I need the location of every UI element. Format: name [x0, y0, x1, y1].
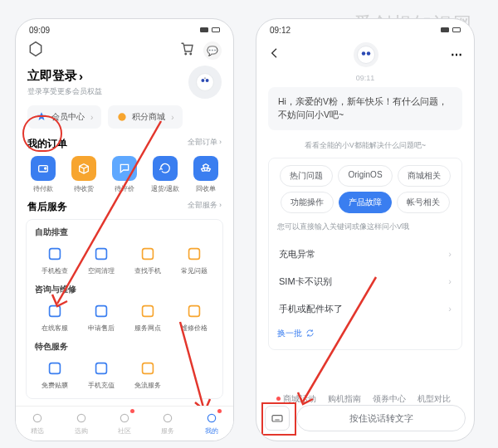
top-bar: 💬 — [16, 37, 233, 66]
svg-rect-18 — [96, 363, 107, 374]
order-item-1[interactable]: 待收货 — [63, 156, 104, 193]
settings-hex-icon[interactable] — [27, 41, 44, 61]
bot-avatar — [354, 42, 378, 67]
selfcheck-title: 自助排查 — [32, 225, 217, 243]
svg-point-29 — [208, 414, 215, 421]
order-item-2[interactable]: 待评价 — [104, 156, 144, 193]
svg-point-3 — [197, 74, 214, 91]
battery-icon — [212, 27, 220, 32]
svg-rect-13 — [50, 306, 61, 317]
svg-rect-10 — [96, 249, 107, 260]
nav-item-3[interactable]: 服务 — [146, 407, 189, 441]
status-time: 09:12 — [270, 26, 290, 35]
consult-item-3[interactable]: 维修价格 — [171, 300, 217, 339]
svg-rect-9 — [50, 249, 61, 260]
scroll-tags[interactable]: 商城活动购机指南领券中心机型对比以 — [268, 393, 462, 405]
special-title: 特色服务 — [32, 339, 217, 358]
wifi-icon — [200, 27, 208, 32]
topic-chip[interactable]: 功能操作 — [281, 192, 334, 213]
svg-point-2 — [190, 53, 192, 55]
login-subtitle: 登录享受更多会员权益 — [27, 86, 102, 97]
status-time: 09:09 — [29, 26, 50, 35]
svg-point-30 — [358, 46, 375, 64]
more-icon[interactable]: ⋯ — [451, 48, 462, 61]
svg-rect-34 — [272, 416, 282, 421]
nav-item-2[interactable]: 社区 — [103, 407, 146, 441]
svg-point-27 — [120, 414, 128, 421]
voice-input[interactable]: 按住说话转文字 — [296, 405, 466, 431]
aftersale-more[interactable]: 全部服务 › — [188, 200, 222, 214]
refresh-button[interactable]: 换一批 — [276, 323, 455, 343]
tape-item[interactable]: 机型对比 — [417, 393, 451, 405]
login-title[interactable]: 立即登录 › — [27, 68, 102, 84]
svg-rect-17 — [50, 363, 61, 374]
keyboard-button[interactable] — [265, 406, 290, 431]
nav-item-1[interactable]: 选购 — [59, 407, 102, 441]
selfcheck-item-2[interactable]: 查找手机 — [124, 243, 171, 282]
back-button[interactable] — [268, 46, 281, 63]
question-row[interactable]: 充电异常› — [276, 241, 455, 268]
points-mall-pill[interactable]: 积分商城› — [108, 105, 182, 129]
topic-chip[interactable]: OriginOS — [338, 165, 392, 187]
selfcheck-item-3[interactable]: 常见问题 — [171, 243, 217, 282]
status-bar: 09:12 — [256, 19, 474, 37]
aftersale-title: 售后服务 — [27, 200, 67, 214]
prompt-title: 看看全能的小V都能解决什么问题吧~ — [268, 140, 462, 151]
svg-rect-11 — [143, 249, 154, 260]
svg-point-25 — [34, 414, 42, 421]
order-item-4[interactable]: 回收单 — [186, 156, 227, 193]
chat-timestamp: 09:11 — [268, 74, 462, 82]
selfcheck-item-1[interactable]: 空间清理 — [78, 243, 124, 282]
phone-screen-right: 09:12 ⋯ 09:11 Hi，亲爱的V粉，新年快乐！有什么问题，不妨问问小V… — [256, 18, 475, 441]
topic-card: 热门问题OriginOS商城相关 功能操作产品故障帐号相关 您可以直接输入关键词… — [268, 158, 462, 350]
phone-screen-left: 09:09 💬 立即登录 › 登录享 — [15, 18, 234, 441]
question-row[interactable]: SIM卡不识别› — [276, 268, 455, 295]
tape-item[interactable]: 购机指南 — [328, 393, 361, 405]
svg-rect-19 — [143, 363, 154, 374]
svg-rect-15 — [143, 306, 154, 317]
nav-item-0[interactable]: 精选 — [16, 407, 59, 441]
topic-chip[interactable]: 帐号相关 — [397, 192, 450, 213]
svg-rect-16 — [189, 306, 200, 317]
order-item-0[interactable]: 待付款 — [22, 156, 63, 193]
svg-rect-14 — [96, 306, 107, 317]
topic-chip[interactable]: 产品故障 — [339, 192, 392, 213]
wifi-icon — [441, 27, 449, 32]
svg-point-6 — [119, 113, 126, 120]
svg-point-5 — [206, 79, 209, 82]
status-bar: 09:09 — [16, 19, 233, 37]
consult-item-0[interactable]: 在线客服 — [32, 300, 78, 339]
avatar[interactable] — [188, 66, 222, 99]
consult-title: 咨询与维修 — [32, 282, 217, 300]
message-icon[interactable]: 💬 — [203, 41, 222, 60]
tape-item[interactable]: 商城活动 — [276, 393, 316, 405]
svg-point-32 — [367, 51, 371, 56]
svg-point-4 — [201, 79, 204, 82]
tape-item[interactable]: 领券中心 — [373, 393, 406, 405]
svg-point-31 — [362, 51, 366, 56]
topic-chip[interactable]: 商城相关 — [398, 165, 451, 187]
orders-more[interactable]: 全部订单 › — [188, 137, 222, 151]
special-item-1[interactable]: 手机充值 — [78, 358, 124, 397]
consult-item-2[interactable]: 服务网点 — [124, 300, 171, 339]
aftersale-card: 自助排查 手机检查空间清理查找手机常见问题 咨询与维修 在线客服申请售后服务网点… — [26, 219, 223, 399]
svg-rect-12 — [189, 249, 200, 260]
special-item-2[interactable]: 免流服务 — [124, 358, 171, 397]
orders-title: 我的订单 — [27, 137, 67, 151]
svg-marker-0 — [30, 42, 41, 56]
svg-point-1 — [185, 53, 187, 55]
svg-point-8 — [44, 168, 46, 169]
svg-point-26 — [77, 414, 85, 421]
greeting-bubble: Hi，亲爱的V粉，新年快乐！有什么问题，不妨问问小V吧~ — [268, 87, 462, 130]
selfcheck-item-0[interactable]: 手机检查 — [32, 243, 78, 282]
input-hint: 您可以直接输入关键词或像这样问小V哦 — [277, 222, 453, 232]
member-center-pill[interactable]: 会员中心› — [27, 105, 101, 129]
order-item-3[interactable]: 退货/退款 — [145, 156, 186, 193]
battery-icon — [452, 27, 461, 32]
topic-chip[interactable]: 热门问题 — [280, 165, 333, 187]
consult-item-1[interactable]: 申请售后 — [78, 300, 124, 339]
cart-icon[interactable] — [180, 41, 195, 60]
question-row[interactable]: 手机或配件坏了› — [276, 295, 455, 323]
nav-item-4[interactable]: 我的 — [190, 407, 233, 441]
special-item-0[interactable]: 免费贴膜 — [32, 358, 78, 397]
